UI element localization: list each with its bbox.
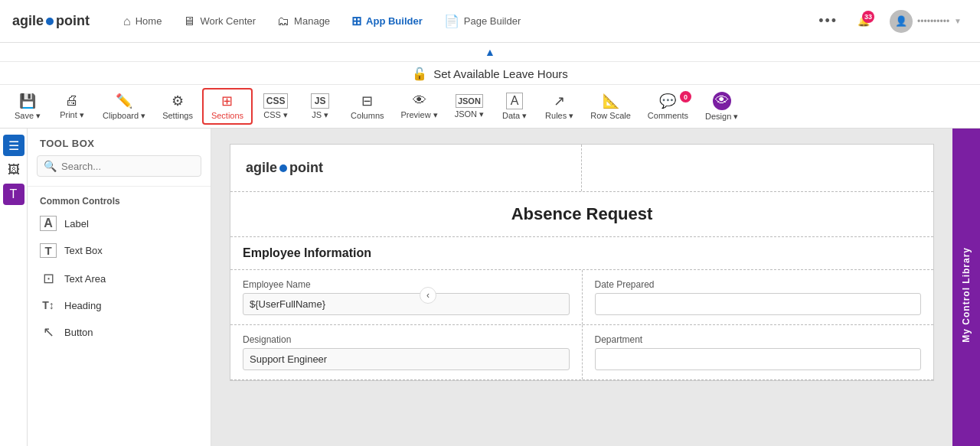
employee-name-input[interactable] — [243, 293, 570, 315]
save-button[interactable]: 💾 Save ▾ — [6, 90, 49, 124]
comments-label: Comments — [648, 111, 688, 120]
form-field-department: Department — [583, 325, 934, 379]
comments-icon: 💬 — [659, 93, 676, 109]
right-sidebar-label: My Control Library — [961, 241, 972, 349]
nav-appbuilder[interactable]: ⊞ App Builder — [342, 8, 432, 34]
notification-button[interactable]: 🔔 33 — [853, 11, 874, 31]
js-button[interactable]: JS JS ▾ — [299, 90, 341, 123]
search-input[interactable] — [61, 161, 194, 172]
form-logo: agile point — [246, 160, 323, 176]
sections-button[interactable]: ⊞ Sections — [202, 88, 253, 125]
department-label: Department — [595, 334, 922, 345]
toggle-chevron-icon[interactable]: ▲ — [479, 44, 501, 60]
columns-icon: ⊟ — [361, 93, 373, 109]
notification-badge: 33 — [862, 11, 874, 23]
toolbox-item-button[interactable]: ↖ Button — [28, 317, 211, 347]
rules-button[interactable]: ↗ Rules ▾ — [537, 90, 581, 124]
settings-icon: ⚙ — [172, 93, 184, 109]
canvas-area: agile point Absence Request Employee Inf… — [211, 129, 952, 446]
toolbar-toggle[interactable]: ▲ — [0, 43, 980, 62]
form-logo-dot-icon — [279, 164, 287, 172]
clipboard-label: Clipboard ▾ — [103, 111, 145, 121]
toolbox-search[interactable]: 🔍 — [37, 155, 201, 177]
logo-agile: agile — [12, 13, 44, 29]
form-field-date-prepared: Date Prepared — [583, 270, 934, 324]
sections-label: Sections — [211, 111, 243, 120]
heading-icon: T↕ — [40, 299, 57, 311]
button-icon: ↖ — [40, 324, 57, 340]
preview-button[interactable]: 👁 Preview ▾ — [394, 90, 446, 123]
nav-pagebuilder-label: Page Builder — [464, 15, 521, 27]
designation-label: Designation — [243, 334, 570, 345]
left-icon-template[interactable]: T — [3, 184, 24, 205]
clipboard-button[interactable]: ✏️ Clipboard ▾ — [95, 90, 153, 124]
nav-workcenter[interactable]: 🖥 Work Center — [174, 8, 265, 34]
design-button[interactable]: 👁 Design ▾ — [697, 89, 746, 125]
nav-more-button[interactable]: ••• — [812, 7, 844, 35]
left-icon-toolbox[interactable]: ☰ — [3, 135, 24, 156]
toolbox-item-heading[interactable]: T↕ Heading — [28, 293, 211, 317]
data-button[interactable]: A Data ▾ — [493, 90, 536, 124]
nav-pagebuilder[interactable]: 📄 Page Builder — [435, 8, 530, 34]
workcenter-icon: 🖥 — [183, 15, 195, 28]
form-fields-row-2: Designation Department — [230, 325, 933, 380]
toolbox-item-textbox[interactable]: T Text Box — [28, 237, 211, 264]
rowscale-label: Row Scale — [590, 111, 631, 120]
print-button[interactable]: 🖨 Print ▾ — [51, 90, 93, 123]
logo: agile point — [12, 13, 90, 29]
date-prepared-label: Date Prepared — [595, 279, 922, 290]
settings-label: Settings — [162, 111, 193, 120]
page-title-bar: 🔓 Set Available Leave Hours — [0, 62, 980, 85]
form-field-employee-name: Employee Name — [230, 270, 583, 324]
json-label: JSON ▾ — [455, 109, 484, 119]
form-logo-cell: agile point — [230, 145, 582, 191]
user-menu-button[interactable]: 👤 •••••••••• ▼ — [884, 7, 968, 36]
left-icon-image[interactable]: 🖼 — [3, 159, 24, 181]
json-button[interactable]: JSON JSON ▾ — [447, 91, 492, 122]
columns-label: Columns — [351, 111, 384, 120]
rules-label: Rules ▾ — [545, 111, 573, 121]
form-logo-point: point — [289, 160, 323, 176]
toolbox-item-label[interactable]: A Label — [28, 210, 211, 237]
toolbox-item-textarea[interactable]: ⊡ Text Area — [28, 264, 211, 293]
toolbox-textbox-text: Text Box — [64, 245, 103, 256]
pagebuilder-icon: 📄 — [444, 14, 459, 28]
form-logo-right-cell — [582, 145, 933, 191]
top-nav: agile point ⌂ Home 🖥 Work Center 🗂 Manag… — [0, 0, 980, 43]
logo-point: point — [56, 13, 90, 29]
settings-button[interactable]: ⚙ Settings — [155, 90, 201, 123]
page-title: Set Available Leave Hours — [433, 67, 568, 80]
comments-button[interactable]: 💬 0 Comments — [640, 90, 696, 123]
css-button[interactable]: CSS CSS ▾ — [254, 90, 297, 123]
collapse-panel-button[interactable]: ‹ — [420, 287, 436, 304]
nav-workcenter-label: Work Center — [200, 15, 256, 27]
rules-icon: ↗ — [554, 93, 565, 109]
nav-appbuilder-label: App Builder — [366, 15, 423, 27]
form-title: Absence Request — [511, 204, 653, 223]
clipboard-icon: ✏️ — [116, 93, 132, 109]
date-prepared-input[interactable] — [595, 293, 922, 315]
chevron-down-icon: ▼ — [954, 17, 962, 25]
toolbox-panel: TOOL BOX 🔍 Common Controls A Label T Tex… — [28, 129, 211, 446]
preview-label: Preview ▾ — [401, 110, 438, 120]
right-sidebar[interactable]: My Control Library — [952, 129, 980, 446]
columns-button[interactable]: ⊟ Columns — [343, 90, 391, 123]
form-section-header: Employee Information — [230, 237, 933, 270]
json-icon: JSON — [456, 94, 483, 108]
appbuilder-icon: ⊞ — [351, 14, 361, 28]
form-canvas: agile point Absence Request Employee Inf… — [230, 144, 934, 381]
js-label: JS ▾ — [312, 110, 328, 120]
label-icon: A — [40, 216, 57, 231]
home-icon: ⌂ — [123, 15, 131, 28]
nav-home[interactable]: ⌂ Home — [114, 8, 171, 34]
designation-input[interactable] — [243, 348, 570, 370]
data-label: Data ▾ — [502, 111, 527, 121]
toolbox-label-text: Label — [64, 218, 89, 230]
nav-manage-label: Manage — [294, 15, 330, 27]
rowscale-button[interactable]: 📐 Row Scale — [583, 90, 639, 123]
left-sidebar-icons: ☰ 🖼 T — [0, 129, 28, 446]
department-input[interactable] — [595, 348, 922, 370]
form-title-row: Absence Request — [230, 192, 933, 237]
nav-manage[interactable]: 🗂 Manage — [268, 8, 339, 34]
toolbox-section-label: Common Controls — [28, 190, 211, 210]
